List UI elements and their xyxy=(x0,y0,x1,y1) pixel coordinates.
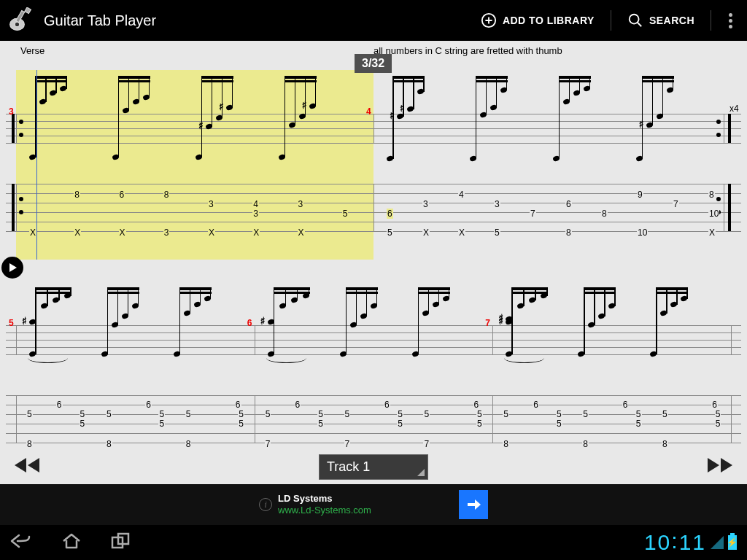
add-to-library-label: ADD TO LIBRARY xyxy=(503,15,595,26)
play-button[interactable] xyxy=(1,257,23,279)
android-nav-bar: 10:11 ⚡ xyxy=(0,525,747,560)
app-title: Guitar Tab Player xyxy=(44,12,156,29)
rewind-icon xyxy=(12,455,42,475)
signal-icon xyxy=(711,536,724,549)
app-logo xyxy=(6,6,35,35)
ad-url: www.Ld-Systems.com xyxy=(278,505,371,516)
fast-forward-button[interactable] xyxy=(705,455,735,478)
recent-apps-button[interactable] xyxy=(111,532,133,553)
clock-time: 10:11 xyxy=(644,530,706,555)
ad-info-icon: i xyxy=(259,498,272,511)
rewind-button[interactable] xyxy=(12,455,42,478)
back-icon xyxy=(10,532,32,550)
svg-rect-3 xyxy=(25,7,31,14)
measure-counter: 3/32 xyxy=(355,54,392,73)
search-label: SEARCH xyxy=(649,15,694,26)
tab-sheet[interactable]: Verse all numbers in C string are frette… xyxy=(0,41,747,484)
back-button[interactable] xyxy=(10,532,32,553)
overflow-menu-button[interactable] xyxy=(720,13,741,28)
search-button[interactable]: SEARCH xyxy=(620,0,702,41)
appbar-divider xyxy=(611,10,611,31)
track-select[interactable]: Track 1 xyxy=(319,454,428,480)
tab-row: 5♯6♯7♯♯666555555555888666555555555777666… xyxy=(6,281,741,454)
ad-title: LD Systems xyxy=(278,493,371,505)
plus-circle-icon xyxy=(481,12,497,28)
search-icon xyxy=(627,12,643,28)
recent-apps-icon xyxy=(111,532,133,550)
ad-go-button[interactable] xyxy=(459,490,488,519)
add-to-library-button[interactable]: ADD TO LIBRARY xyxy=(473,0,602,41)
status-clock[interactable]: 10:11 ⚡ xyxy=(644,530,737,555)
play-icon xyxy=(7,262,18,273)
appbar-divider xyxy=(711,10,711,31)
arrow-right-icon xyxy=(465,496,482,513)
battery-charging-icon: ⚡ xyxy=(728,535,737,550)
tab-row: 3♯♯♯4♯♯♯x4868343356XXX3XXX498336778105XX… xyxy=(6,70,741,242)
fast-forward-icon xyxy=(705,455,735,475)
home-button[interactable] xyxy=(61,532,82,553)
playback-controls: Track 1 xyxy=(0,449,747,484)
app-bar: Guitar Tab Player ADD TO LIBRARY SEARCH xyxy=(0,0,747,41)
ad-banner[interactable]: i LD Systems www.Ld-Systems.com xyxy=(0,484,747,525)
svg-point-5 xyxy=(630,15,639,24)
home-icon xyxy=(61,532,82,550)
track-select-label: Track 1 xyxy=(327,459,370,474)
section-label: Verse xyxy=(20,45,44,56)
tab-comment: all numbers in C string are fretted with… xyxy=(374,45,562,56)
